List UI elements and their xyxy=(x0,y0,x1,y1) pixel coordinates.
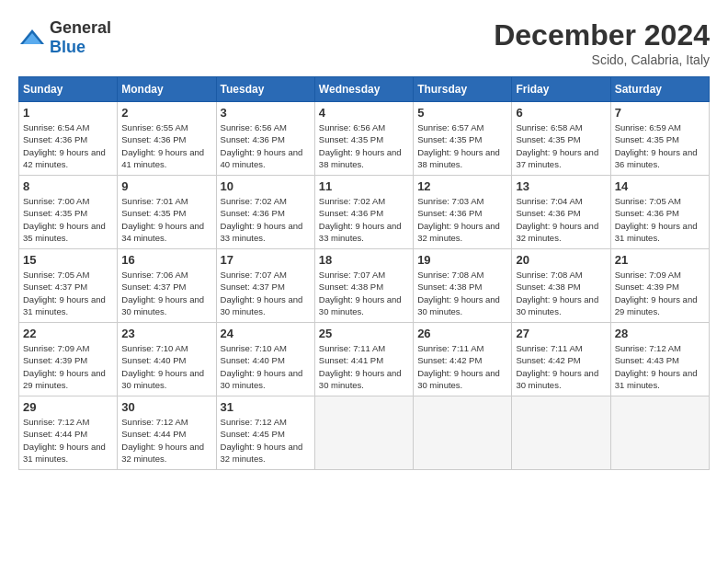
calendar-cell: 11Sunrise: 7:02 AMSunset: 4:36 PMDayligh… xyxy=(314,176,413,249)
day-detail: Sunrise: 7:12 AMSunset: 4:43 PMDaylight:… xyxy=(615,342,705,391)
calendar-cell: 1Sunrise: 6:54 AMSunset: 4:36 PMDaylight… xyxy=(19,102,118,176)
day-number: 19 xyxy=(417,253,507,267)
day-number: 10 xyxy=(221,179,311,193)
day-detail: Sunrise: 7:06 AMSunset: 4:37 PMDaylight:… xyxy=(121,269,211,317)
header-sunday: Sunday xyxy=(19,77,118,102)
day-detail: Sunrise: 7:08 AMSunset: 4:38 PMDaylight:… xyxy=(516,269,606,317)
calendar-cell xyxy=(512,396,610,470)
day-number: 16 xyxy=(121,253,211,267)
day-number: 2 xyxy=(121,106,211,120)
calendar-cell: 16Sunrise: 7:06 AMSunset: 4:37 PMDayligh… xyxy=(118,249,216,323)
calendar-cell xyxy=(414,396,512,470)
calendar-cell: 6Sunrise: 6:58 AMSunset: 4:35 PMDaylight… xyxy=(512,102,610,176)
day-number: 31 xyxy=(221,400,311,414)
calendar-cell: 27Sunrise: 7:11 AMSunset: 4:42 PMDayligh… xyxy=(512,323,610,396)
day-number: 28 xyxy=(615,327,705,340)
calendar-cell: 4Sunrise: 6:56 AMSunset: 4:35 PMDaylight… xyxy=(314,102,413,176)
day-number: 27 xyxy=(516,327,606,340)
calendar-cell: 7Sunrise: 6:59 AMSunset: 4:35 PMDaylight… xyxy=(610,102,709,176)
day-number: 23 xyxy=(121,327,211,340)
day-detail: Sunrise: 6:57 AMSunset: 4:35 PMDaylight:… xyxy=(417,121,507,170)
header-friday: Friday xyxy=(512,77,610,102)
day-number: 12 xyxy=(417,179,507,193)
day-number: 26 xyxy=(417,327,507,340)
calendar-body: 1Sunrise: 6:54 AMSunset: 4:36 PMDaylight… xyxy=(19,102,710,470)
calendar-cell: 30Sunrise: 7:12 AMSunset: 4:44 PMDayligh… xyxy=(118,396,216,470)
calendar-cell: 20Sunrise: 7:08 AMSunset: 4:38 PMDayligh… xyxy=(512,249,610,323)
day-detail: Sunrise: 7:12 AMSunset: 4:45 PMDaylight:… xyxy=(221,416,311,465)
calendar-cell: 23Sunrise: 7:10 AMSunset: 4:40 PMDayligh… xyxy=(118,323,216,396)
day-number: 4 xyxy=(319,106,409,120)
calendar-cell: 25Sunrise: 7:11 AMSunset: 4:41 PMDayligh… xyxy=(314,323,413,396)
calendar-cell: 10Sunrise: 7:02 AMSunset: 4:36 PMDayligh… xyxy=(216,176,314,249)
week-row-5: 29Sunrise: 7:12 AMSunset: 4:44 PMDayligh… xyxy=(19,396,710,470)
day-number: 24 xyxy=(221,327,311,340)
day-number: 11 xyxy=(319,179,409,193)
logo-blue: Blue xyxy=(50,38,85,56)
page-header: General Blue December 2024 Scido, Calabr… xyxy=(18,18,710,67)
calendar-cell: 9Sunrise: 7:01 AMSunset: 4:35 PMDaylight… xyxy=(118,176,216,249)
day-number: 13 xyxy=(516,179,606,193)
day-detail: Sunrise: 7:11 AMSunset: 4:42 PMDaylight:… xyxy=(516,342,606,391)
day-number: 5 xyxy=(417,106,507,120)
logo-general: General xyxy=(50,18,111,37)
day-detail: Sunrise: 7:07 AMSunset: 4:37 PMDaylight:… xyxy=(221,269,311,317)
calendar-cell: 5Sunrise: 6:57 AMSunset: 4:35 PMDaylight… xyxy=(414,102,512,176)
day-detail: Sunrise: 6:55 AMSunset: 4:36 PMDaylight:… xyxy=(121,121,211,170)
week-row-3: 15Sunrise: 7:05 AMSunset: 4:37 PMDayligh… xyxy=(19,249,710,323)
calendar-cell: 31Sunrise: 7:12 AMSunset: 4:45 PMDayligh… xyxy=(216,396,314,470)
day-detail: Sunrise: 7:12 AMSunset: 4:44 PMDaylight:… xyxy=(23,416,113,465)
header-saturday: Saturday xyxy=(610,77,709,102)
day-detail: Sunrise: 7:08 AMSunset: 4:38 PMDaylight:… xyxy=(417,269,507,317)
day-detail: Sunrise: 7:09 AMSunset: 4:39 PMDaylight:… xyxy=(23,342,113,391)
week-row-2: 8Sunrise: 7:00 AMSunset: 4:35 PMDaylight… xyxy=(19,176,710,249)
day-number: 7 xyxy=(615,106,705,120)
day-detail: Sunrise: 7:07 AMSunset: 4:38 PMDaylight:… xyxy=(319,269,409,317)
calendar-cell: 28Sunrise: 7:12 AMSunset: 4:43 PMDayligh… xyxy=(610,323,709,396)
day-number: 22 xyxy=(23,327,113,340)
header-wednesday: Wednesday xyxy=(314,77,413,102)
day-detail: Sunrise: 7:10 AMSunset: 4:40 PMDaylight:… xyxy=(121,342,211,391)
header-thursday: Thursday xyxy=(414,77,512,102)
calendar-location: Scido, Calabria, Italy xyxy=(494,52,710,67)
day-detail: Sunrise: 7:09 AMSunset: 4:39 PMDaylight:… xyxy=(615,269,705,317)
day-detail: Sunrise: 7:01 AMSunset: 4:35 PMDaylight:… xyxy=(121,195,211,244)
calendar-title: December 2024 xyxy=(494,18,710,52)
day-number: 18 xyxy=(319,253,409,267)
header-tuesday: Tuesday xyxy=(216,77,314,102)
week-row-1: 1Sunrise: 6:54 AMSunset: 4:36 PMDaylight… xyxy=(19,102,710,176)
calendar-cell xyxy=(610,396,709,470)
calendar-cell: 3Sunrise: 6:56 AMSunset: 4:36 PMDaylight… xyxy=(216,102,314,176)
day-detail: Sunrise: 6:56 AMSunset: 4:35 PMDaylight:… xyxy=(319,121,409,170)
calendar-table: SundayMondayTuesdayWednesdayThursdayFrid… xyxy=(18,76,710,470)
calendar-cell: 29Sunrise: 7:12 AMSunset: 4:44 PMDayligh… xyxy=(19,396,118,470)
day-number: 21 xyxy=(615,253,705,267)
day-detail: Sunrise: 7:02 AMSunset: 4:36 PMDaylight:… xyxy=(221,195,311,244)
logo-text: General Blue xyxy=(50,18,111,57)
day-detail: Sunrise: 7:10 AMSunset: 4:40 PMDaylight:… xyxy=(221,342,311,391)
day-detail: Sunrise: 7:03 AMSunset: 4:36 PMDaylight:… xyxy=(417,195,507,244)
logo: General Blue xyxy=(18,18,111,57)
calendar-cell: 14Sunrise: 7:05 AMSunset: 4:36 PMDayligh… xyxy=(610,176,709,249)
day-detail: Sunrise: 7:05 AMSunset: 4:37 PMDaylight:… xyxy=(23,269,113,317)
day-detail: Sunrise: 7:11 AMSunset: 4:41 PMDaylight:… xyxy=(319,342,409,391)
calendar-cell: 15Sunrise: 7:05 AMSunset: 4:37 PMDayligh… xyxy=(19,249,118,323)
day-number: 20 xyxy=(516,253,606,267)
day-detail: Sunrise: 7:00 AMSunset: 4:35 PMDaylight:… xyxy=(23,195,113,244)
day-number: 29 xyxy=(23,400,113,414)
calendar-cell: 18Sunrise: 7:07 AMSunset: 4:38 PMDayligh… xyxy=(314,249,413,323)
calendar-cell: 13Sunrise: 7:04 AMSunset: 4:36 PMDayligh… xyxy=(512,176,610,249)
day-number: 14 xyxy=(615,179,705,193)
day-detail: Sunrise: 6:56 AMSunset: 4:36 PMDaylight:… xyxy=(221,121,311,170)
calendar-cell: 12Sunrise: 7:03 AMSunset: 4:36 PMDayligh… xyxy=(414,176,512,249)
calendar-header-row: SundayMondayTuesdayWednesdayThursdayFrid… xyxy=(19,77,710,102)
day-detail: Sunrise: 7:12 AMSunset: 4:44 PMDaylight:… xyxy=(121,416,211,465)
day-number: 3 xyxy=(221,106,311,120)
header-monday: Monday xyxy=(118,77,216,102)
day-detail: Sunrise: 7:02 AMSunset: 4:36 PMDaylight:… xyxy=(319,195,409,244)
day-number: 6 xyxy=(516,106,606,120)
day-detail: Sunrise: 7:05 AMSunset: 4:36 PMDaylight:… xyxy=(615,195,705,244)
calendar-cell: 8Sunrise: 7:00 AMSunset: 4:35 PMDaylight… xyxy=(19,176,118,249)
calendar-cell: 2Sunrise: 6:55 AMSunset: 4:36 PMDaylight… xyxy=(118,102,216,176)
day-detail: Sunrise: 6:59 AMSunset: 4:35 PMDaylight:… xyxy=(615,121,705,170)
